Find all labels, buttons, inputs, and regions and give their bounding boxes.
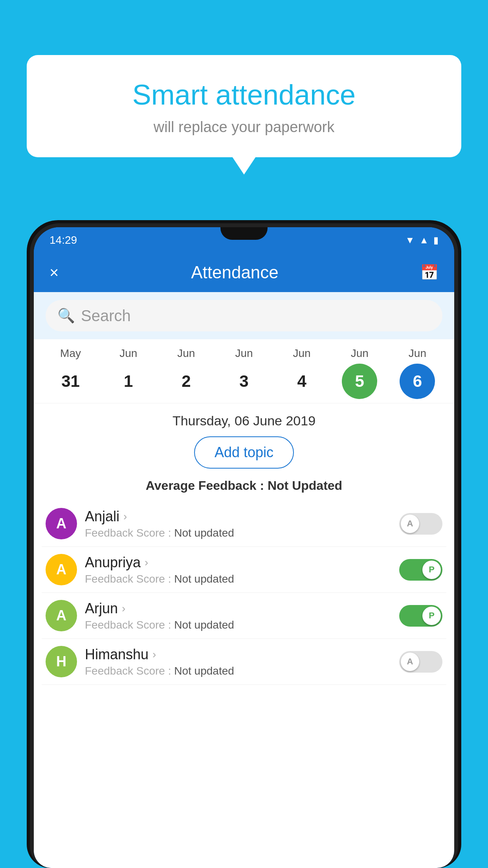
calendar-date-number[interactable]: 31 [53, 364, 88, 399]
calendar-date-number[interactable]: 4 [284, 364, 319, 399]
attendance-toggle[interactable]: A [399, 651, 442, 673]
attendance-toggle[interactable]: A [399, 513, 442, 535]
avg-feedback-value: Not Updated [268, 478, 342, 493]
calendar-day[interactable]: May31 [51, 347, 90, 399]
student-avatar: A [46, 508, 77, 539]
phone-notch [220, 227, 268, 240]
calendar-month-label: Jun [119, 347, 137, 360]
chevron-right-icon: › [145, 556, 148, 569]
calendar-day[interactable]: Jun1 [109, 347, 148, 399]
status-icons: ▼ ▲ ▮ [405, 235, 438, 246]
calendar-day[interactable]: Jun3 [224, 347, 264, 399]
calendar-day[interactable]: Jun2 [167, 347, 206, 399]
avg-feedback: Average Feedback : Not Updated [34, 476, 454, 501]
search-bar-container: 🔍 Search [34, 292, 454, 339]
search-icon: 🔍 [57, 307, 75, 324]
student-info: Anupriya ›Feedback Score : Not updated [85, 554, 391, 585]
toggle-switch[interactable]: P [399, 605, 442, 627]
student-name: Arjun › [85, 600, 391, 617]
calendar-date-number[interactable]: 3 [226, 364, 262, 399]
student-name: Anupriya › [85, 554, 391, 571]
student-item[interactable]: AAnupriya ›Feedback Score : Not updatedP [42, 547, 446, 593]
student-info: Anjali ›Feedback Score : Not updated [85, 508, 391, 539]
chevron-right-icon: › [152, 648, 156, 661]
avg-feedback-label: Average Feedback : [146, 478, 264, 493]
student-item[interactable]: AArjun ›Feedback Score : Not updatedP [42, 593, 446, 639]
speech-bubble-container: Smart attendance will replace your paper… [27, 55, 461, 157]
student-feedback: Feedback Score : Not updated [85, 573, 391, 585]
student-list: AAnjali ›Feedback Score : Not updatedAAA… [34, 501, 454, 685]
chevron-right-icon: › [123, 510, 127, 523]
speech-bubble: Smart attendance will replace your paper… [27, 55, 461, 157]
calendar-month-label: Jun [351, 347, 369, 360]
student-feedback: Feedback Score : Not updated [85, 665, 391, 677]
add-topic-container: Add topic [34, 434, 454, 476]
app-header: × Attendance 📅 [34, 253, 454, 292]
student-item[interactable]: HHimanshu ›Feedback Score : Not updatedA [42, 639, 446, 685]
app-title: Attendance [50, 263, 420, 282]
toggle-switch[interactable]: A [399, 513, 442, 535]
search-bar[interactable]: 🔍 Search [46, 300, 442, 331]
calendar-day[interactable]: Jun6 [398, 347, 437, 399]
toggle-knob: A [401, 653, 419, 671]
speech-bubble-subtitle: will replace your paperwork [46, 119, 442, 136]
signal-icon: ▲ [419, 235, 429, 246]
calendar-strip: May31Jun1Jun2Jun3Jun4Jun5Jun6 [34, 339, 454, 403]
calendar-month-label: Jun [409, 347, 426, 360]
calendar-icon[interactable]: 📅 [420, 264, 438, 281]
attendance-toggle[interactable]: P [399, 559, 442, 581]
search-placeholder: Search [81, 307, 131, 325]
student-name: Anjali › [85, 508, 391, 525]
student-feedback: Feedback Score : Not updated [85, 619, 391, 631]
calendar-month-label: Jun [293, 347, 311, 360]
app-content: 🔍 Search May31Jun1Jun2Jun3Jun4Jun5Jun6 T… [34, 292, 454, 868]
toggle-switch[interactable]: P [399, 559, 442, 581]
add-topic-button[interactable]: Add topic [194, 436, 294, 469]
wifi-icon: ▼ [405, 235, 415, 246]
phone-frame: 14:29 ▼ ▲ ▮ × Attendance 📅 🔍 [27, 220, 461, 868]
phone-inner: 14:29 ▼ ▲ ▮ × Attendance 📅 🔍 [30, 223, 458, 868]
calendar-date-number[interactable]: 2 [169, 364, 204, 399]
calendar-date-number[interactable]: 5 [342, 364, 377, 399]
calendar-date-number[interactable]: 6 [400, 364, 435, 399]
selected-date: Thursday, 06 June 2019 [34, 403, 454, 434]
battery-icon: ▮ [433, 235, 438, 246]
student-info: Arjun ›Feedback Score : Not updated [85, 600, 391, 631]
attendance-toggle[interactable]: P [399, 605, 442, 627]
toggle-switch[interactable]: A [399, 651, 442, 673]
calendar-month-label: Jun [235, 347, 253, 360]
calendar-date-number[interactable]: 1 [111, 364, 146, 399]
student-item[interactable]: AAnjali ›Feedback Score : Not updatedA [42, 501, 446, 547]
speech-bubble-title: Smart attendance [46, 79, 442, 111]
calendar-day[interactable]: Jun5 [340, 347, 379, 399]
student-avatar: H [46, 646, 77, 677]
student-feedback: Feedback Score : Not updated [85, 527, 391, 539]
calendar-day[interactable]: Jun4 [282, 347, 321, 399]
status-time: 14:29 [50, 234, 77, 246]
student-info: Himanshu ›Feedback Score : Not updated [85, 646, 391, 677]
chevron-right-icon: › [122, 602, 125, 615]
toggle-knob: A [401, 515, 419, 533]
phone-screen: 14:29 ▼ ▲ ▮ × Attendance 📅 🔍 [34, 227, 454, 868]
calendar-month-label: May [60, 347, 81, 360]
student-avatar: A [46, 600, 77, 631]
toggle-knob: P [422, 561, 441, 579]
toggle-knob: P [422, 607, 441, 625]
student-avatar: A [46, 554, 77, 585]
student-name: Himanshu › [85, 646, 391, 663]
calendar-month-label: Jun [177, 347, 195, 360]
